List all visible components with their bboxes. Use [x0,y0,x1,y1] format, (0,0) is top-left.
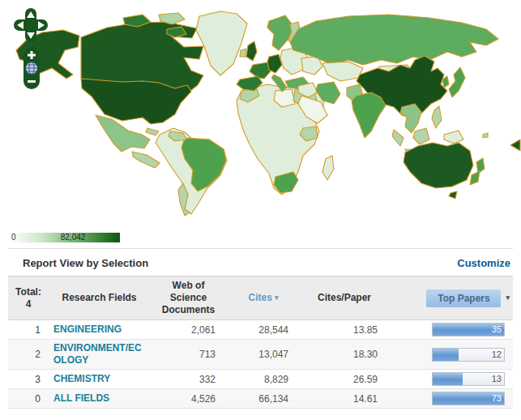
row-top-papers: 12 [389,340,513,370]
table-row: 0 ALL FIELDS 4,526 66,134 14.61 73 [8,389,513,409]
table-header-row: Total: 4 Research Fields Web of Science … [8,276,513,320]
map-country-philippines[interactable] [432,106,442,128]
row-field: ALL FIELDS [49,389,150,409]
row-rank: 2 [8,340,49,370]
col-header-research-fields: Research Fields [49,276,150,320]
map-island-borneo[interactable] [413,128,429,144]
col-header-cites-per-paper: Cites/Paper [300,276,389,320]
row-cites-per-paper: 13.85 [300,320,389,340]
map-country-germany[interactable] [267,54,282,73]
divider [8,248,513,249]
row-cites: 28,544 [227,320,300,340]
map-country-australia[interactable] [404,143,473,188]
map-region-scandinavia[interactable] [267,15,293,50]
legend-min-value: 0 [11,233,16,242]
row-cites: 13,047 [227,340,300,370]
map-country-kazakhstan[interactable] [322,62,363,81]
cites-sort-link[interactable]: Cites▾ [249,292,279,303]
top-papers-bar: 73 [432,392,505,405]
field-link[interactable]: ENVIRONMENT/ECOLOGY [53,342,144,366]
customize-link[interactable]: Customize [457,257,510,269]
table-row: 1 ENGINEERING 2,061 28,544 13.85 35 [8,320,513,340]
map-country-madagascar[interactable] [322,156,334,180]
map-island-sumatra[interactable] [392,130,404,146]
row-cites-per-paper: 18.30 [300,340,389,370]
row-cites: 8,829 [227,370,300,389]
row-docs: 2,061 [150,320,227,340]
row-rank: 0 [8,389,49,409]
map-country-greenland[interactable] [196,11,247,75]
top-papers-bar: 13 [432,372,505,386]
row-docs: 713 [150,340,227,370]
report-table: Total: 4 Research Fields Web of Science … [8,276,513,409]
map-country-japan[interactable] [449,67,465,97]
map-island-fiji[interactable] [483,133,488,138]
row-rank: 1 [8,320,49,340]
row-top-papers: 13 [389,370,513,389]
row-top-papers: 35 [389,320,513,340]
row-field: ENVIRONMENT/ECOLOGY [49,340,150,370]
map-country-india[interactable] [352,92,386,138]
col-header-wos-documents: Web of Science Documents [150,276,227,320]
field-link[interactable]: CHEMISTRY [53,373,110,385]
row-cites-per-paper: 26.59 [300,370,389,389]
row-cites-per-paper: 14.61 [300,389,389,409]
field-link[interactable]: ALL FIELDS [53,392,109,405]
report-header: Report View by Selection Customize [8,257,513,269]
map-country-new-zealand-south[interactable] [470,171,480,185]
globe-button[interactable] [26,62,38,75]
map-country-russia[interactable] [290,15,498,65]
top-papers-dropdown-icon[interactable]: ▾ [506,294,510,302]
row-docs: 4,526 [150,389,227,409]
map-country-cuba[interactable] [146,128,159,135]
row-field: ENGINEERING [49,320,150,340]
world-choropleth-map [0,0,521,221]
top-papers-bar: 35 [432,323,505,336]
top-papers-button[interactable]: Top Papers [426,289,501,307]
table-row: 2 ENVIRONMENT/ECOLOGY 713 13,047 18.30 1… [8,340,513,370]
choropleth-legend: 0 82,042 [8,233,120,242]
total-header: Total: 4 [8,276,49,320]
top-papers-bar: 12 [432,348,505,362]
row-docs: 332 [150,370,227,389]
map-region-indochina[interactable] [400,104,421,133]
legend-max-value: 82,042 [61,233,86,242]
col-header-top-papers: Top Papers ▾ [389,276,513,320]
map-country-ireland[interactable] [240,49,246,57]
row-top-papers: 73 [389,389,513,409]
map-island-new-guinea[interactable] [444,131,463,144]
field-link[interactable]: ENGINEERING [53,324,122,336]
map-country-new-zealand[interactable] [476,158,485,174]
map-edge-arrow [510,139,520,151]
row-field: CHEMISTRY [49,370,150,389]
map-country-france[interactable] [250,62,271,79]
zoom-out-button[interactable] [28,80,36,83]
row-cites: 66,134 [227,389,300,409]
report-title: Report View by Selection [23,257,148,269]
col-header-cites[interactable]: Cites▾ [227,276,300,320]
map-zoom-control[interactable] [23,47,40,89]
row-rank: 3 [8,370,49,389]
map-island-tasmania[interactable] [449,191,457,199]
map-region-central-america[interactable] [132,152,160,168]
world-map-svg [0,0,521,221]
sort-arrow-icon: ▾ [275,294,279,302]
map-country-uk[interactable] [246,41,257,61]
table-row: 3 CHEMISTRY 332 8,829 26.59 13 [8,370,513,389]
